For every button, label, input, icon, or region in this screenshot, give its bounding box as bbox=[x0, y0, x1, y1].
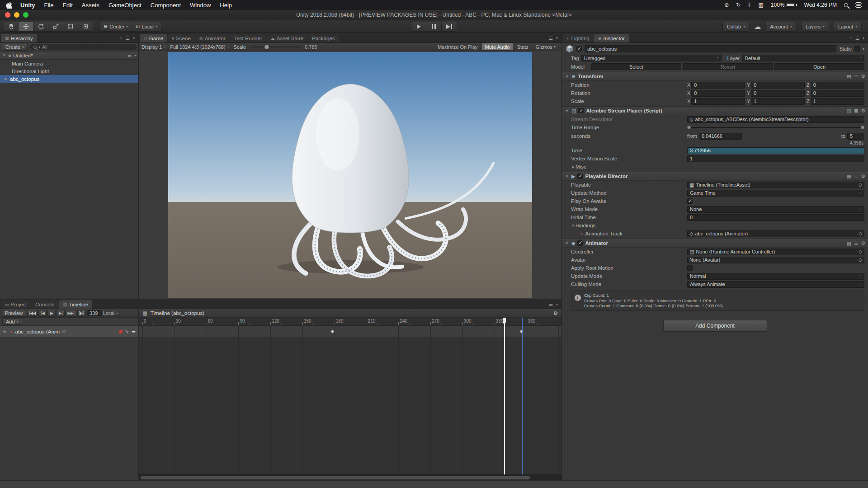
apple-menu-icon[interactable] bbox=[0, 2, 16, 9]
menu-gameobject[interactable]: GameObject bbox=[104, 2, 146, 9]
cloud-services-icon[interactable]: ☁ bbox=[754, 23, 761, 31]
bluetooth-icon[interactable]: ᛒ bbox=[748, 2, 751, 8]
panel-lock-icon[interactable]: ○ bbox=[120, 36, 123, 41]
menu-help[interactable]: Help bbox=[215, 2, 236, 9]
scale-z-field[interactable]: 1 bbox=[811, 98, 864, 105]
pause-button[interactable] bbox=[426, 22, 442, 32]
scale-x-field[interactable]: 1 bbox=[691, 98, 745, 105]
tab-test-runner[interactable]: Test Runner bbox=[230, 34, 266, 42]
previous-frame-button[interactable]: |◀ bbox=[38, 310, 47, 317]
animation-track-object-field[interactable]: ◇ abc_octopus (Animator) ⊙ bbox=[687, 230, 864, 237]
goto-start-button[interactable]: |◀◀ bbox=[27, 310, 38, 317]
animation-track-header[interactable]: ▶ ∿ abc_octopus (Anim ⊙ ∿ ☰ bbox=[0, 326, 138, 338]
aspect-dropdown[interactable]: Full 1024 4:3 (1024x768) ↕ bbox=[170, 44, 229, 50]
bindings-foldout[interactable]: ▼ Bindings bbox=[562, 221, 868, 230]
component-help-icon[interactable]: ▤ bbox=[847, 74, 851, 80]
tag-dropdown[interactable]: Untagged ↕ bbox=[581, 55, 722, 61]
layer-dropdown[interactable]: Default ↕ bbox=[742, 55, 864, 61]
timeline-grid[interactable] bbox=[139, 326, 561, 474]
controller-object-field[interactable]: ▤ None (Runtime Animator Controller) ⊙ bbox=[687, 249, 864, 255]
maximize-on-play-button[interactable]: Maximize On Play bbox=[434, 43, 481, 50]
wrap-mode-dropdown[interactable]: None↕ bbox=[687, 206, 864, 213]
animator-enabled-checkbox[interactable] bbox=[577, 240, 583, 246]
component-help-icon[interactable]: ▤ bbox=[847, 108, 851, 114]
component-gear-icon[interactable]: ⚙ bbox=[861, 108, 865, 114]
seconds-to-field[interactable]: 5 bbox=[847, 133, 864, 140]
time-range-slider[interactable] bbox=[688, 127, 863, 128]
object-picker-icon[interactable]: ⊙ bbox=[859, 183, 862, 188]
scale-tool-button[interactable] bbox=[48, 22, 63, 32]
layout-dropdown[interactable]: Layout ▾ bbox=[834, 22, 862, 32]
tab-inspector[interactable]: ◉ Inspector bbox=[594, 34, 629, 42]
alembic-enabled-checkbox[interactable] bbox=[578, 108, 584, 113]
preview-toggle-button[interactable]: Preview bbox=[1, 310, 26, 317]
add-component-button[interactable]: Add Component bbox=[663, 320, 767, 332]
culling-mode-dropdown[interactable]: Always Animate↕ bbox=[687, 281, 864, 288]
static-flags-chevron-icon[interactable]: ▾ bbox=[863, 47, 864, 51]
chevron-down-icon[interactable]: ▾ bbox=[135, 53, 137, 57]
scene-foldout-icon[interactable]: ▼ bbox=[2, 53, 6, 57]
update-method-dropdown[interactable]: Game Time↕ bbox=[687, 190, 864, 197]
goto-end-button[interactable]: ▶▶| bbox=[66, 310, 76, 317]
playable-object-field[interactable]: ▦ Timeline (TimelineAsset) ⊙ bbox=[687, 182, 864, 188]
scale-y-field[interactable]: 1 bbox=[751, 98, 805, 105]
menubar-app-name[interactable]: Unity bbox=[16, 2, 40, 9]
panel-menu-icon[interactable]: ☰ bbox=[855, 36, 859, 41]
timeline-selector-icon[interactable]: ▦ bbox=[142, 310, 147, 316]
hierarchy-search-input[interactable]: ▾ All bbox=[30, 44, 137, 50]
hierarchy-item-directional-light[interactable]: Directional Light bbox=[0, 67, 138, 75]
battery-indicator[interactable]: 100% bbox=[771, 2, 797, 8]
pivot-mode-button[interactable]: ⊕ Center ▾ bbox=[99, 22, 132, 32]
timeline-playhead[interactable] bbox=[504, 318, 505, 474]
step-button[interactable] bbox=[442, 22, 457, 32]
apply-root-motion-checkbox[interactable] bbox=[687, 265, 693, 271]
timeline-play-button[interactable]: ▶ bbox=[47, 310, 56, 317]
scale-slider-thumb[interactable] bbox=[264, 45, 269, 49]
play-button[interactable] bbox=[411, 22, 426, 32]
component-gear-icon[interactable]: ⚙ bbox=[861, 174, 865, 179]
panel-menu-icon[interactable]: ☰ bbox=[549, 36, 553, 41]
tab-lighting[interactable]: ◐ Lighting bbox=[563, 34, 594, 42]
scrollbar-thumb[interactable] bbox=[141, 476, 530, 479]
rotation-mode-button[interactable]: ⊡ Local ▾ bbox=[132, 22, 161, 32]
animation-track-lane[interactable] bbox=[139, 326, 561, 338]
object-picker-icon[interactable]: ⊙ bbox=[859, 231, 862, 236]
object-picker-icon[interactable]: ⊙ bbox=[859, 249, 862, 254]
model-select-button[interactable]: Select bbox=[591, 63, 681, 70]
timeline-horizontal-scrollbar[interactable] bbox=[139, 474, 561, 480]
panel-menu-icon[interactable]: ☰ bbox=[549, 302, 553, 307]
tab-project[interactable]: ▭ Project bbox=[1, 300, 31, 309]
chevron-down-icon[interactable]: ▾ bbox=[133, 36, 135, 40]
track-avatar-mask-icon[interactable]: ⊙ bbox=[62, 329, 66, 334]
rotation-x-field[interactable]: 0 bbox=[691, 90, 745, 97]
tab-asset-store[interactable]: ☁ Asset Store bbox=[267, 34, 307, 42]
tab-packages[interactable]: Packages bbox=[308, 34, 339, 42]
position-y-field[interactable]: 0 bbox=[751, 82, 805, 89]
transform-component-header[interactable]: ▼ ⊕ Transform ▤ ≣ ⚙ bbox=[562, 72, 868, 81]
range-max-handle[interactable] bbox=[861, 126, 864, 129]
component-help-icon[interactable]: ▤ bbox=[847, 240, 851, 246]
scene-menu-icon[interactable]: ☰ bbox=[127, 53, 132, 58]
transform-tool-button[interactable] bbox=[78, 22, 93, 32]
rotation-z-field[interactable]: 0 bbox=[811, 90, 864, 97]
vertex-motion-scale-field[interactable]: 1 bbox=[687, 155, 864, 162]
panel-lock-icon[interactable]: ○ bbox=[849, 36, 852, 41]
keyframe-marker[interactable] bbox=[519, 329, 524, 334]
current-frame-field[interactable]: 339 bbox=[87, 310, 102, 316]
time-machine-icon[interactable]: ↻ bbox=[736, 2, 741, 8]
next-frame-button[interactable]: ▶| bbox=[57, 310, 65, 317]
tab-timeline[interactable]: ▤ Timeline bbox=[59, 300, 93, 309]
record-button[interactable] bbox=[119, 330, 123, 333]
tab-scene[interactable]: # Scene bbox=[168, 34, 195, 42]
menu-file[interactable]: File bbox=[40, 2, 58, 9]
position-z-field[interactable]: 0 bbox=[811, 82, 864, 89]
gameobject-active-checkbox[interactable] bbox=[576, 46, 582, 52]
gizmos-dropdown[interactable]: Gizmos▾ bbox=[533, 43, 559, 50]
component-presets-icon[interactable]: ≣ bbox=[854, 174, 858, 179]
hierarchy-item-main-camera[interactable]: Main Camera bbox=[0, 60, 138, 67]
component-foldout-icon[interactable]: ▼ bbox=[565, 75, 569, 79]
object-picker-icon[interactable]: ⊙ bbox=[859, 258, 862, 263]
avatar-object-field[interactable]: None (Avatar) ⊙ bbox=[687, 257, 864, 263]
component-gear-icon[interactable]: ⚙ bbox=[861, 240, 865, 246]
component-foldout-icon[interactable]: ▼ bbox=[565, 109, 569, 113]
